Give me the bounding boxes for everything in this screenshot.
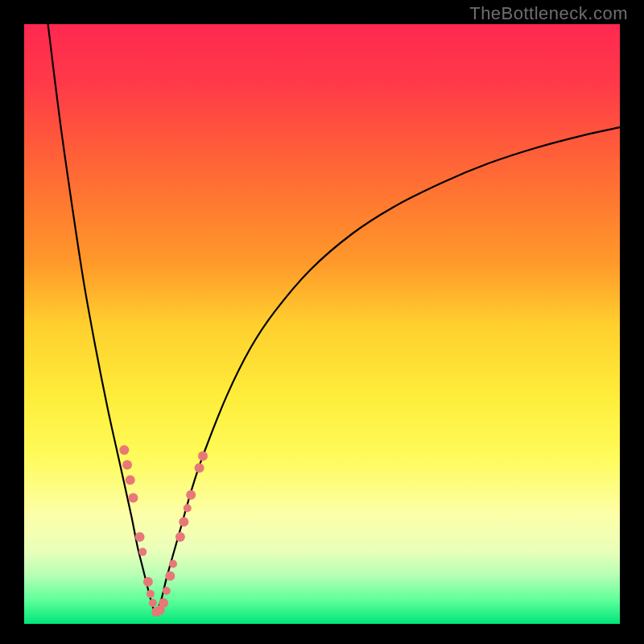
marker-dot: [169, 560, 177, 568]
marker-dot: [195, 463, 204, 473]
marker-dot: [184, 504, 192, 512]
marker-dot: [149, 599, 157, 607]
chart-svg: [24, 24, 620, 624]
marker-dot: [135, 532, 145, 542]
marker-dot: [138, 548, 147, 556]
marker-dot: [179, 517, 188, 526]
marker-dot: [165, 571, 175, 580]
marker-dot: [128, 493, 138, 503]
marker-dot: [147, 590, 155, 598]
marker-dot: [126, 475, 135, 485]
marker-dot: [143, 577, 153, 587]
marker-dot: [119, 445, 129, 455]
marker-dot: [186, 490, 196, 500]
marker-group: [119, 445, 208, 617]
chart-plot-area: [24, 24, 620, 624]
marker-dot: [198, 451, 208, 460]
marker-dot: [175, 532, 185, 542]
watermark-text: TheBottleneck.com: [469, 3, 628, 24]
curve-right: [155, 127, 620, 615]
marker-dot: [122, 460, 132, 470]
curve-left: [48, 24, 155, 615]
marker-dot: [163, 587, 171, 595]
marker-dot: [159, 598, 168, 608]
